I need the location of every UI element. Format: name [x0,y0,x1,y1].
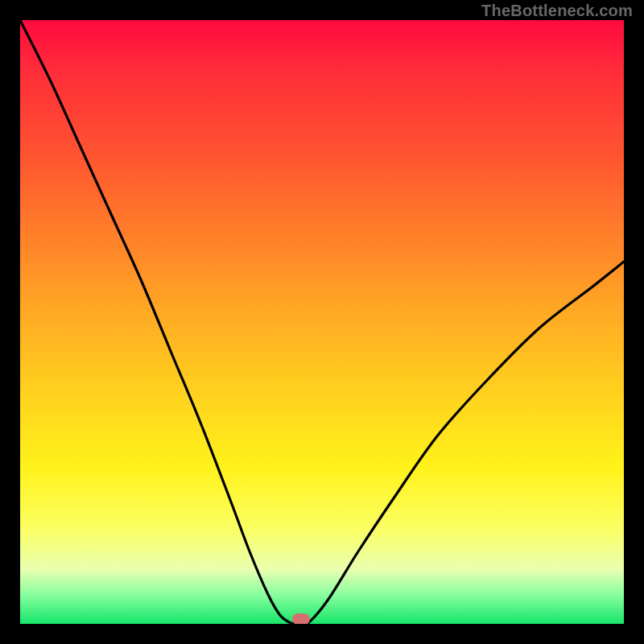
bottleneck-curve [20,20,624,624]
plot-area [20,20,624,624]
watermark-text: TheBottleneck.com [481,2,633,20]
valley-marker [292,613,310,624]
curve-svg [20,20,624,624]
chart-frame: TheBottleneck.com [0,0,644,644]
